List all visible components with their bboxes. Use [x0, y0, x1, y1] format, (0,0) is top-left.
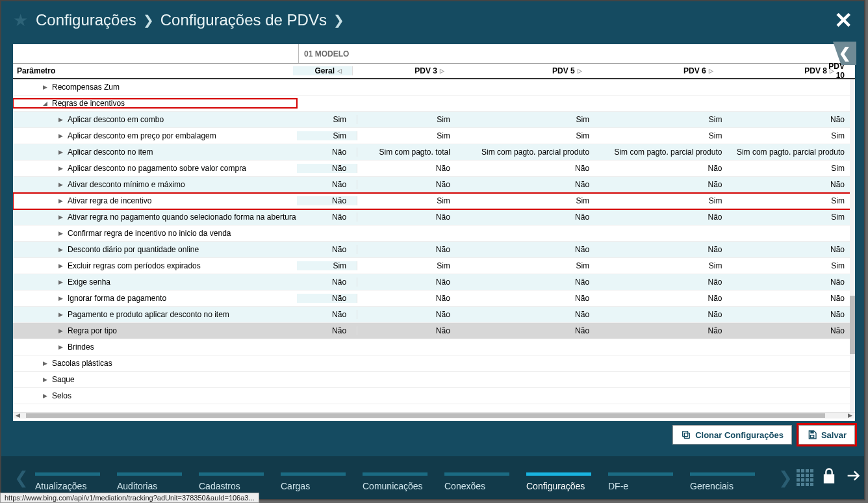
disclosure-icon[interactable]: ▶ — [42, 393, 48, 399]
col-pdv6[interactable]: PDV 6▷ — [593, 66, 724, 75]
cell-pdv3[interactable]: Sim — [357, 131, 461, 140]
disclosure-icon[interactable]: ▶ — [57, 328, 64, 334]
cell-geral[interactable]: Não — [297, 326, 357, 335]
grid-body[interactable]: ▶Recompensas Zum◢Regras de incentivos▶Ap… — [13, 79, 855, 412]
cell-pdv5[interactable]: Sim — [461, 196, 600, 205]
cell-pdv3[interactable]: Não — [357, 326, 461, 335]
cell-pdv6[interactable]: Não — [600, 213, 732, 222]
table-row[interactable]: ▶Aplicar desconto em comboSimSimSimSimNã… — [13, 112, 855, 128]
cell-pdv5[interactable]: Sim — [461, 131, 600, 140]
disclosure-icon[interactable]: ▶ — [57, 279, 64, 285]
cell-pdv5[interactable]: Não — [461, 310, 600, 319]
cell-geral[interactable]: Sim — [297, 261, 357, 270]
disclosure-icon[interactable]: ▶ — [57, 263, 64, 269]
cell-pdv8[interactable]: Sim — [732, 261, 855, 270]
disclosure-icon[interactable]: ▶ — [57, 214, 64, 220]
col-geral[interactable]: Geral◁ — [293, 66, 353, 75]
cell-pdv5[interactable]: Não — [461, 277, 600, 287]
cell-pdv3[interactable]: Não — [357, 245, 461, 254]
horizontal-scrollbar[interactable]: ◀ ▶ — [13, 412, 855, 419]
table-row[interactable]: ▶Ativar regra no pagamento quando seleci… — [13, 209, 855, 226]
disclosure-icon[interactable]: ▶ — [57, 133, 64, 139]
cell-pdv6[interactable]: Sim — [600, 131, 732, 140]
table-row[interactable]: ▶Desconto diário por quantidade onlineNã… — [13, 242, 855, 258]
disclosure-icon[interactable]: ▶ — [57, 198, 64, 204]
close-icon[interactable]: ✕ — [834, 9, 852, 31]
cell-pdv8[interactable]: Sim — [732, 196, 855, 205]
forward-arrow-icon[interactable] — [845, 467, 863, 489]
cell-pdv8[interactable]: Sim com pagto. parcial produto — [732, 148, 855, 157]
cell-pdv6[interactable]: Não — [600, 326, 732, 335]
cell-pdv3[interactable]: Não — [357, 294, 461, 303]
disclosure-icon[interactable]: ▶ — [57, 116, 64, 123]
col-param[interactable]: Parâmetro — [13, 66, 293, 75]
cell-pdv8[interactable]: Sim — [732, 131, 855, 140]
cell-geral[interactable]: Não — [297, 277, 357, 287]
cell-pdv8[interactable]: Sim — [732, 164, 855, 173]
nav-next-icon[interactable]: ❯ — [774, 468, 797, 488]
cell-pdv5[interactable]: Não — [461, 294, 600, 303]
cell-pdv8[interactable]: Não — [732, 294, 855, 303]
cell-pdv8[interactable]: Sim — [732, 213, 855, 222]
cell-geral[interactable]: Não — [297, 164, 357, 173]
disclosure-icon[interactable]: ▶ — [57, 165, 64, 172]
disclosure-icon[interactable]: ▶ — [57, 246, 64, 253]
cell-pdv3[interactable]: Sim — [357, 115, 461, 124]
breadcrumb-item-1[interactable]: Configurações — [36, 11, 136, 29]
table-row[interactable]: ▶Regra por tipoNãoNãoNãoNãoNão — [13, 323, 855, 339]
cell-pdv6[interactable]: Não — [600, 277, 732, 287]
lock-icon[interactable] — [820, 467, 838, 489]
cell-geral[interactable]: Sim — [297, 131, 357, 140]
table-row[interactable]: ▶Confirmar regra de incentivo no inicio … — [13, 226, 855, 242]
cell-geral[interactable]: Não — [297, 196, 357, 205]
disclosure-icon[interactable]: ◢ — [42, 100, 48, 107]
cell-pdv5[interactable]: Não — [461, 245, 600, 254]
nav-prev-icon[interactable]: ❮ — [10, 468, 32, 488]
cell-pdv8[interactable]: Não — [732, 180, 855, 189]
cell-pdv6[interactable]: Sim — [600, 196, 732, 205]
favorite-star-icon[interactable]: ★ — [13, 10, 28, 31]
cell-pdv3[interactable]: Não — [357, 164, 461, 173]
table-row[interactable]: ◢Regras de incentivos — [13, 96, 855, 112]
table-row[interactable]: ▶Aplicar desconto no itemNãoSim com pagt… — [13, 144, 855, 161]
cell-pdv5[interactable]: Sim — [461, 261, 600, 270]
disclosure-icon[interactable]: ▶ — [42, 376, 48, 383]
table-row[interactable]: ▶Saque — [13, 372, 855, 388]
vertical-scrollbar[interactable] — [850, 79, 855, 412]
apps-grid-icon[interactable] — [797, 469, 813, 486]
disclosure-icon[interactable]: ▶ — [57, 311, 64, 318]
cell-pdv3[interactable]: Sim com pagto. total — [357, 148, 461, 157]
cell-pdv3[interactable]: Sim — [357, 196, 461, 205]
cell-pdv3[interactable]: Não — [357, 180, 461, 189]
col-pdv5[interactable]: PDV 5▷ — [455, 66, 593, 75]
cell-pdv5[interactable]: Não — [461, 326, 600, 335]
table-row[interactable]: ▶Ativar regra de incentivoNãoSimSimSimSi… — [13, 193, 855, 209]
cell-pdv5[interactable]: Sim — [461, 115, 600, 124]
disclosure-icon[interactable]: ▶ — [57, 344, 64, 350]
cell-pdv8[interactable]: Não — [732, 115, 855, 124]
cell-geral[interactable]: Sim — [297, 115, 357, 124]
collapse-panel-icon[interactable]: ❮ — [833, 42, 856, 65]
cell-pdv8[interactable]: Não — [732, 326, 855, 335]
disclosure-icon[interactable]: ▶ — [57, 295, 64, 302]
breadcrumb-item-2[interactable]: Configurações de PDVs — [160, 11, 327, 29]
cell-pdv6[interactable]: Não — [600, 294, 732, 303]
cell-geral[interactable]: Não — [297, 294, 357, 303]
cell-pdv6[interactable]: Sim — [600, 261, 732, 270]
cell-pdv3[interactable]: Não — [357, 277, 461, 287]
cell-pdv6[interactable]: Não — [600, 164, 732, 173]
cell-pdv3[interactable]: Não — [357, 310, 461, 319]
cell-pdv6[interactable]: Não — [600, 310, 732, 319]
cell-geral[interactable]: Não — [297, 213, 357, 222]
cell-pdv5[interactable]: Não — [461, 180, 600, 189]
clone-config-button[interactable]: Clonar Configurações — [672, 425, 792, 445]
cell-pdv8[interactable]: Não — [732, 310, 855, 319]
cell-pdv6[interactable]: Não — [600, 180, 732, 189]
cell-pdv6[interactable]: Sim — [600, 115, 732, 124]
table-row[interactable]: ▶Exige senhaNãoNãoNãoNãoNão — [13, 274, 855, 290]
cell-geral[interactable]: Não — [297, 310, 357, 319]
cell-pdv6[interactable]: Sim com pagto. parcial produto — [600, 148, 732, 157]
cell-geral[interactable]: Não — [297, 245, 357, 254]
disclosure-icon[interactable]: ▶ — [57, 230, 64, 237]
table-row[interactable]: ▶Recompensas Zum — [13, 79, 855, 96]
